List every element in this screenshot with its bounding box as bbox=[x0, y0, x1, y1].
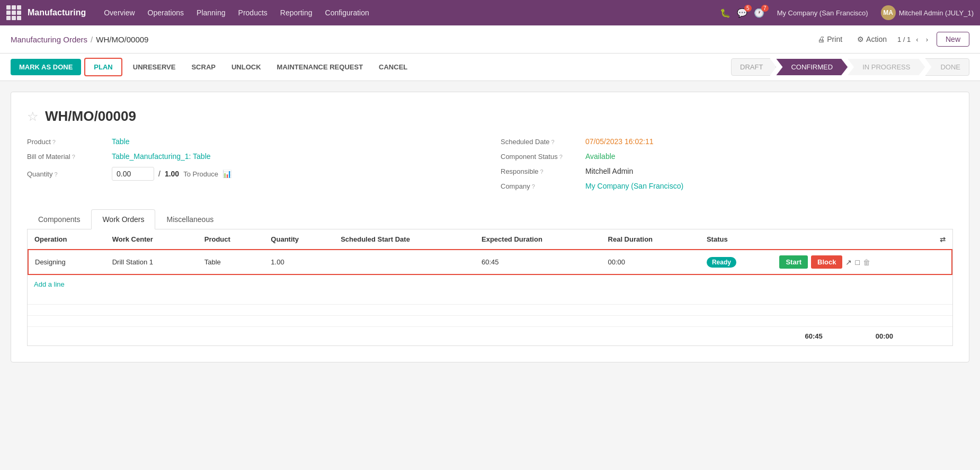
bom-label: Bill of Material ? bbox=[27, 153, 112, 161]
responsible-help[interactable]: ? bbox=[540, 169, 544, 175]
status-draft[interactable]: DRAFT bbox=[731, 58, 776, 76]
print-label: Print bbox=[827, 35, 842, 43]
action-button[interactable]: ⚙ Action bbox=[853, 33, 891, 46]
col-expected-duration: Expected Duration bbox=[475, 229, 602, 250]
breadcrumb-parent[interactable]: Manufacturing Orders bbox=[11, 35, 87, 44]
scheduled-date-label: Scheduled Date ? bbox=[501, 138, 585, 146]
row-work-center[interactable]: Drill Station 1 bbox=[106, 250, 198, 274]
add-line-row: Add a line bbox=[28, 275, 952, 294]
action-label: Action bbox=[866, 35, 887, 43]
debug-icon[interactable]: 🐛 bbox=[720, 8, 730, 18]
scheduled-date-field: Scheduled Date ? 07/05/2023 16:02:11 bbox=[501, 137, 953, 146]
responsible-label: Responsible ? bbox=[501, 167, 585, 175]
nav-configuration[interactable]: Configuration bbox=[320, 5, 375, 20]
activity-badge: 7 bbox=[761, 5, 769, 12]
product-field: Product ? Table bbox=[27, 137, 479, 146]
tab-components[interactable]: Components bbox=[27, 209, 91, 229]
status-done[interactable]: DONE bbox=[925, 58, 969, 76]
plan-button[interactable]: PLAN bbox=[84, 58, 122, 76]
quantity-help[interactable]: ? bbox=[54, 171, 57, 178]
status-badge-ready: Ready bbox=[707, 257, 736, 268]
delete-icon[interactable]: 🗑 bbox=[863, 258, 870, 267]
work-orders-table-container: Operation Work Center Product Quantity S… bbox=[27, 229, 953, 346]
company-help[interactable]: ? bbox=[532, 183, 535, 190]
responsible-field: Responsible ? Mitchell Admin bbox=[501, 167, 953, 175]
status-in-progress[interactable]: IN PROGRESS bbox=[848, 59, 925, 75]
nav-planning[interactable]: Planning bbox=[191, 5, 231, 20]
tab-work-orders[interactable]: Work Orders bbox=[91, 209, 155, 229]
bom-value[interactable]: Table_Manufacturing_1: Table bbox=[112, 152, 211, 161]
activity-icon[interactable]: 🕐 7 bbox=[754, 8, 764, 18]
row-scheduled-start-date bbox=[334, 250, 475, 274]
row-operation[interactable]: Designing bbox=[28, 250, 106, 274]
user-menu[interactable]: MA Mitchell Admin (JULY_1) bbox=[881, 5, 974, 20]
row-actions: Start Block ↗ □ 🗑 bbox=[779, 255, 945, 269]
tab-miscellaneous[interactable]: Miscellaneous bbox=[155, 209, 225, 229]
col-actions: ⇄ bbox=[773, 229, 952, 250]
form-col-left: Product ? Table Bill of Material ? Table… bbox=[27, 137, 479, 197]
add-line-button[interactable]: Add a line bbox=[28, 275, 71, 294]
nav-reporting[interactable]: Reporting bbox=[275, 5, 318, 20]
responsible-value[interactable]: Mitchell Admin bbox=[585, 167, 633, 175]
new-button[interactable]: New bbox=[937, 32, 969, 47]
table-settings-icon[interactable]: ⇄ bbox=[940, 236, 946, 244]
scrap-button[interactable]: SCRAP bbox=[184, 59, 223, 75]
maintenance-request-button[interactable]: MAINTENANCE REQUEST bbox=[270, 59, 371, 75]
forecast-icon[interactable]: 📊 bbox=[222, 170, 231, 178]
start-button[interactable]: Start bbox=[779, 255, 808, 269]
product-value[interactable]: Table bbox=[112, 137, 129, 146]
app-grid-icon[interactable] bbox=[6, 5, 21, 20]
breadcrumb: Manufacturing Orders / WH/MO/00009 bbox=[11, 35, 148, 44]
nav-products[interactable]: Products bbox=[233, 5, 273, 20]
block-button[interactable]: Block bbox=[811, 255, 842, 269]
gear-icon: ⚙ bbox=[857, 35, 864, 43]
unlock-button[interactable]: UNLOCK bbox=[224, 59, 269, 75]
col-scheduled-start-date: Scheduled Start Date bbox=[334, 229, 475, 250]
nav-operations[interactable]: Operations bbox=[142, 5, 189, 20]
row-real-duration: 00:00 bbox=[602, 250, 700, 274]
cancel-button[interactable]: CANCEL bbox=[371, 59, 415, 75]
status-confirmed[interactable]: CONFIRMED bbox=[776, 59, 848, 75]
print-button[interactable]: 🖨 Print bbox=[813, 33, 847, 46]
table-footer: 60:45 00:00 bbox=[28, 326, 952, 345]
printer-icon: 🖨 bbox=[817, 35, 825, 43]
company-field: Company ? My Company (San Francisco) bbox=[501, 182, 953, 190]
company-value[interactable]: My Company (San Francisco) bbox=[585, 182, 683, 190]
nav-overview[interactable]: Overview bbox=[99, 5, 140, 20]
product-label: Product ? bbox=[27, 138, 112, 146]
chat-icon[interactable]: 💬 5 bbox=[737, 8, 747, 18]
col-status: Status bbox=[700, 229, 773, 250]
component-status-field: Component Status ? Available bbox=[501, 152, 953, 161]
mark-as-done-button[interactable]: MARK AS DONE bbox=[11, 59, 81, 75]
component-status-value: Available bbox=[585, 152, 616, 161]
favorite-icon[interactable]: ☆ bbox=[27, 109, 39, 124]
quantity-target: 1.00 bbox=[165, 170, 179, 178]
bom-field: Bill of Material ? Table_Manufacturing_1… bbox=[27, 152, 479, 161]
breadcrumb-bar: Manufacturing Orders / WH/MO/00009 🖨 Pri… bbox=[0, 25, 980, 54]
quantity-input[interactable] bbox=[112, 167, 154, 181]
component-status-label: Component Status ? bbox=[501, 153, 585, 161]
quantity-row: / 1.00 To Produce 📊 bbox=[112, 167, 231, 181]
status-flow: DRAFT CONFIRMED IN PROGRESS DONE bbox=[731, 58, 969, 76]
action-bar: MARK AS DONE PLAN UNRESERVE SCRAP UNLOCK… bbox=[0, 54, 980, 81]
open-form-icon[interactable]: □ bbox=[855, 258, 859, 267]
work-orders-table: Operation Work Center Product Quantity S… bbox=[28, 229, 952, 275]
component-status-help[interactable]: ? bbox=[559, 154, 563, 160]
scheduled-date-help[interactable]: ? bbox=[551, 139, 555, 145]
form-title: WH/MO/00009 bbox=[45, 108, 136, 125]
product-help[interactable]: ? bbox=[52, 139, 56, 145]
breadcrumb-actions: 🖨 Print ⚙ Action 1 / 1 ‹ › New bbox=[813, 32, 969, 47]
prev-arrow[interactable]: ‹ bbox=[914, 34, 920, 45]
next-arrow[interactable]: › bbox=[924, 34, 930, 45]
row-product[interactable]: Table bbox=[198, 250, 265, 274]
unreserve-button[interactable]: UNRESERVE bbox=[126, 59, 183, 75]
bom-help[interactable]: ? bbox=[72, 154, 75, 160]
breadcrumb-current: WH/MO/00009 bbox=[96, 35, 148, 44]
scheduled-date-value[interactable]: 07/05/2023 16:02:11 bbox=[585, 137, 653, 146]
tabs: Components Work Orders Miscellaneous bbox=[27, 209, 953, 229]
external-link-icon[interactable]: ↗ bbox=[845, 258, 852, 267]
form-col-right: Scheduled Date ? 07/05/2023 16:02:11 Com… bbox=[501, 137, 953, 197]
col-work-center: Work Center bbox=[106, 229, 198, 250]
row-expected-duration: 60:45 bbox=[475, 250, 602, 274]
quantity-field: Quantity ? / 1.00 To Produce 📊 bbox=[27, 167, 479, 181]
